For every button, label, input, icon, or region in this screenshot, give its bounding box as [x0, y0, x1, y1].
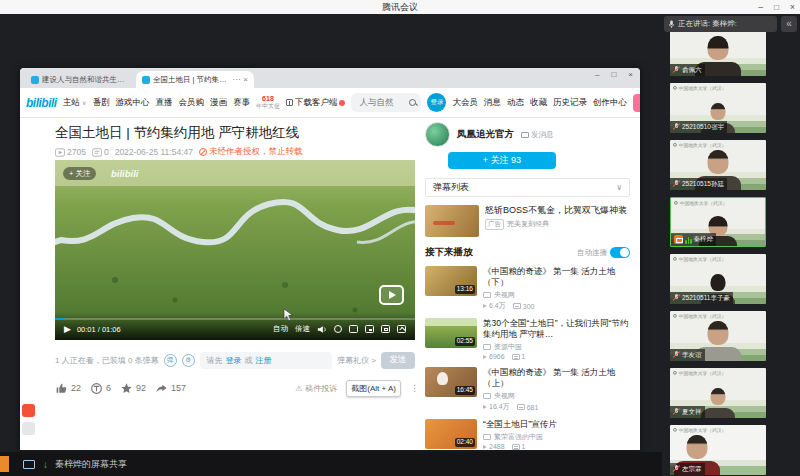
participant-tile[interactable]: 中国地质大学（武汉） 25210511李子豪 — [670, 254, 766, 304]
like-button[interactable]: 22 — [55, 382, 81, 395]
report-link[interactable]: ⚠ 稿件投诉 — [295, 383, 337, 394]
related-video-item[interactable]: 02:55 第30个全国“土地日”，让我们共同“节约集约用地 严守耕… 资源中国… — [425, 318, 630, 360]
uploader-avatar[interactable] — [425, 122, 450, 147]
browser-minimize-icon[interactable]: – — [595, 70, 599, 79]
participant-tile[interactable]: 中国地质大学（武汉） 左宗霖 — [670, 425, 766, 475]
participant-name: 25210510张宇 — [682, 124, 724, 131]
danmaku-switch-icon[interactable]: 弹 — [164, 354, 177, 367]
nav-item-moments[interactable]: 动态 — [507, 97, 524, 109]
chevron-down-icon: ∨ — [616, 183, 622, 192]
participant-name: 25210515孙廷 — [682, 181, 724, 188]
send-message-link[interactable]: 发消息 — [521, 130, 554, 140]
share-status-text: 秦梓烨的屏幕共享 — [55, 458, 127, 471]
video-thumbnail: 13:16 — [425, 266, 477, 296]
browser-tab-active[interactable]: 全国土地日 | 节约集约… ⋯ × — [136, 71, 254, 88]
bilibili-logo[interactable]: bilibili — [26, 96, 57, 110]
fullscreen-icon[interactable] — [397, 325, 406, 333]
send-danmaku-button[interactable]: 发送 — [381, 352, 415, 369]
related-video-item[interactable]: 16:45 《中国粮的奇迹》 第一集 活力土地（上） 央视网 16.4万 681 — [425, 367, 630, 412]
danmaku-icon — [512, 354, 520, 360]
danmaku-icon — [92, 148, 102, 157]
floating-top-icon[interactable] — [22, 422, 35, 435]
participant-tile-speaking[interactable]: 中国地质大学（武汉） 秦梓烨 — [670, 197, 766, 247]
login-link[interactable]: 登录 — [226, 355, 242, 366]
upload-date: 2022-06-25 11:54:47 — [115, 147, 193, 157]
register-link[interactable]: 注册 — [256, 355, 272, 366]
participant-tile[interactable]: 中国地质大学（武汉） 25210510张宇 — [670, 83, 766, 133]
danmaku-toggle-icon[interactable] — [334, 325, 342, 333]
virtual-bg-watermark: 中国地质大学（武汉） — [673, 85, 726, 91]
nav-item-esports[interactable]: 赛事 — [233, 97, 250, 109]
favorite-button[interactable]: 92 — [120, 382, 146, 395]
search-input[interactable]: 人与自然 — [351, 93, 421, 112]
danmaku-input[interactable]: 请先 登录 或 注册 — [200, 352, 333, 369]
mic-muted-icon — [673, 180, 680, 188]
up-next-heading: 接下来播放 — [425, 246, 473, 259]
nav-item-messages[interactable]: 消息 — [484, 97, 501, 109]
uploader-name[interactable]: 凤凰追光官方 — [457, 128, 514, 141]
quality-button[interactable]: 自动 — [273, 324, 288, 334]
nav-item-anime[interactable]: 番剧 — [92, 97, 109, 109]
video-player[interactable]: + 关注 bilibili ▶ 00:01 / 01:06 自动 倍速 — [55, 160, 415, 340]
progress-bar[interactable] — [55, 318, 415, 320]
ad-card[interactable]: 怒斩BOSS不氪金，比翼双飞爆神装 广告 完美复刻经典 — [425, 205, 630, 237]
uploader-icon — [483, 434, 491, 440]
pip-icon[interactable] — [365, 325, 374, 333]
widescreen-icon[interactable] — [381, 325, 390, 333]
danmaku-etiquette-link[interactable]: 弹幕礼仪 > — [337, 355, 376, 366]
taskbar-alert-icon[interactable] — [0, 456, 9, 472]
participant-tile[interactable]: 中国地质大学（武汉） 夏文祥 — [670, 368, 766, 418]
browser-tab-inactive[interactable]: 建设人与自然和谐共生的现代化 — [25, 71, 136, 88]
nav-item-live[interactable]: 直播 — [155, 97, 172, 109]
search-value: 人与自然 — [359, 97, 405, 109]
related-video-item[interactable]: 13:16 《中国粮的奇迹》 第一集 活力土地（下） 央视网 6.4万 300 — [425, 266, 630, 311]
more-options-icon[interactable]: ⋮ — [410, 383, 419, 393]
virtual-bg-watermark: 中国地质大学（武汉） — [673, 313, 726, 319]
login-avatar-button[interactable]: 登录 — [427, 93, 446, 112]
player-follow-button[interactable]: + 关注 — [63, 167, 96, 180]
action-bar: 22 6 92 157 ⚠ 稿件投诉 截图(Alt + A) ⋮ — [55, 377, 419, 399]
nav-item-shop[interactable]: 会员购 — [178, 97, 204, 109]
minimize-icon[interactable]: – — [758, 2, 763, 12]
share-button[interactable]: 157 — [155, 382, 186, 395]
nav-item-history[interactable]: 历史记录 — [553, 97, 587, 109]
player-controls: ▶ 00:01 / 01:06 自动 倍速 — [55, 312, 415, 340]
play-button-icon[interactable]: ▶ — [64, 325, 71, 334]
nav-item-vip[interactable]: 大会员 — [452, 97, 478, 109]
subtitle-icon[interactable] — [349, 325, 358, 333]
nav-item-manga[interactable]: 漫画 — [210, 97, 227, 109]
participant-tile[interactable]: 中国地质大学（武汉） 李友谊 — [670, 311, 766, 361]
promo-banner[interactable]: 618 年中大促 — [256, 95, 280, 109]
related-video-item[interactable]: 02:40 “全国土地日”宣传片 繁荣富强的中国 2488 1 — [425, 419, 630, 450]
participant-name: 夏文祥 — [682, 409, 702, 416]
collapse-sidebar-icon[interactable]: « — [781, 16, 797, 32]
coin-button[interactable]: 6 — [90, 382, 111, 395]
browser-close-icon[interactable]: × — [628, 70, 633, 79]
follow-uploader-button[interactable]: + 关注 93 — [448, 152, 556, 169]
uploader-icon — [483, 344, 491, 350]
nav-item-game-center[interactable]: 游戏中心 — [115, 97, 149, 109]
download-client-link[interactable]: 下载客户端 — [286, 97, 346, 109]
volume-icon[interactable] — [317, 325, 327, 334]
floating-promo-icon[interactable] — [22, 404, 35, 417]
autoplay-toggle[interactable] — [610, 247, 630, 258]
participant-tile[interactable]: 中国地质大学（武汉） 25210515孙廷 — [670, 140, 766, 190]
tab-close-icon[interactable]: × — [243, 75, 248, 84]
video-thumbnail: 02:55 — [425, 318, 477, 348]
play-count-icon — [55, 148, 65, 157]
close-icon[interactable]: × — [790, 2, 795, 12]
danmaku-list-panel[interactable]: 弹幕列表 ∨ — [425, 178, 630, 197]
participant-tile[interactable]: 俞佩六 — [670, 26, 766, 76]
search-icon[interactable] — [409, 99, 417, 107]
bilibili-play-logo — [379, 285, 404, 305]
mic-muted-icon — [673, 465, 680, 473]
nav-item-home[interactable]: 主站 ∨ — [63, 97, 87, 109]
mic-icon — [668, 20, 675, 29]
danmaku-settings-icon[interactable]: ⚙ — [182, 354, 195, 367]
speed-button[interactable]: 倍速 — [295, 324, 310, 334]
nav-item-favorites[interactable]: 收藏 — [530, 97, 547, 109]
maximize-icon[interactable]: □ — [774, 2, 779, 12]
nav-item-creator-center[interactable]: 创作中心 — [593, 97, 627, 109]
upload-button[interactable]: 投稿 — [633, 94, 640, 112]
browser-maximize-icon[interactable]: □ — [611, 70, 616, 79]
